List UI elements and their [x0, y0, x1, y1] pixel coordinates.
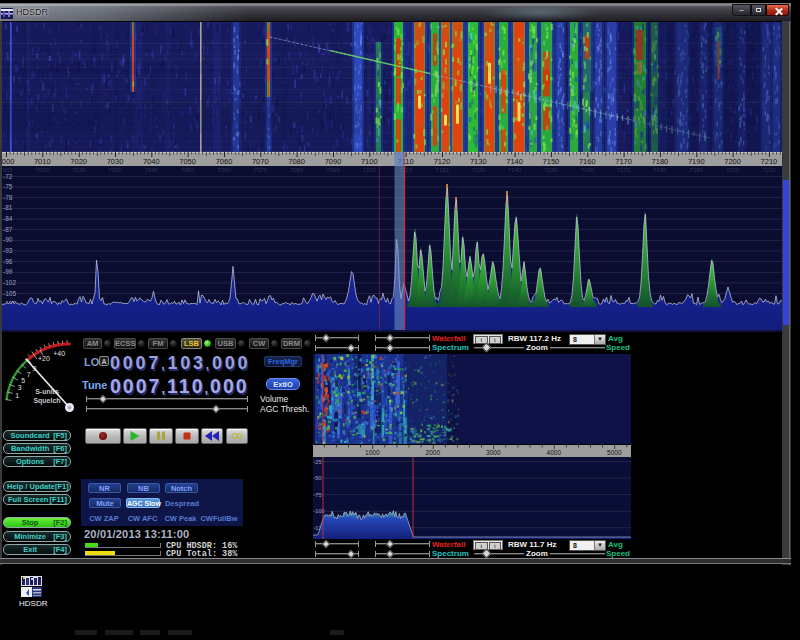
svg-text:Squelch: Squelch — [33, 397, 60, 405]
svg-text:1: 1 — [15, 392, 19, 399]
svg-text:7180: 7180 — [653, 167, 667, 173]
svg-text:-50: -50 — [314, 475, 322, 481]
svg-text:-72: -72 — [3, 173, 13, 180]
svg-text:7020: 7020 — [72, 167, 86, 173]
svg-text:-90: -90 — [3, 236, 13, 243]
svg-text:+20: +20 — [38, 355, 50, 362]
svg-text:7: 7 — [27, 371, 31, 378]
svg-text:7130: 7130 — [472, 167, 486, 173]
svg-text:-96: -96 — [3, 258, 13, 265]
svg-text:7120: 7120 — [435, 167, 449, 173]
svg-text:-87: -87 — [3, 226, 13, 233]
svg-text:7170: 7170 — [617, 167, 631, 173]
svg-text:5000: 5000 — [607, 449, 622, 456]
svg-text:-105: -105 — [3, 290, 16, 297]
svg-text:7210: 7210 — [761, 157, 778, 166]
svg-text:7150: 7150 — [544, 167, 558, 173]
svg-text:-81: -81 — [3, 204, 13, 211]
svg-text:7040: 7040 — [143, 157, 160, 166]
svg-text:7020: 7020 — [70, 157, 87, 166]
svg-text:7010: 7010 — [34, 157, 51, 166]
svg-text:-25: -25 — [314, 459, 322, 465]
svg-text:-99: -99 — [3, 268, 13, 275]
svg-text:7060: 7060 — [217, 167, 231, 173]
svg-text:7010: 7010 — [36, 167, 50, 173]
svg-text:7070: 7070 — [254, 167, 268, 173]
svg-text:-102: -102 — [3, 279, 16, 286]
svg-text:7160: 7160 — [581, 167, 595, 173]
svg-text:7140: 7140 — [506, 157, 523, 166]
svg-text:-93: -93 — [3, 247, 13, 254]
svg-text:7090: 7090 — [325, 157, 342, 166]
svg-text:7030: 7030 — [107, 157, 124, 166]
svg-text:7050: 7050 — [179, 157, 196, 166]
svg-text:7050: 7050 — [181, 167, 195, 173]
svg-text:7140: 7140 — [508, 167, 522, 173]
svg-text:7100: 7100 — [361, 157, 378, 166]
svg-text:3: 3 — [18, 384, 22, 391]
svg-text:5: 5 — [21, 377, 25, 384]
svg-text:7130: 7130 — [470, 157, 487, 166]
svg-text:2000: 2000 — [426, 449, 441, 456]
svg-text:7070: 7070 — [252, 157, 269, 166]
svg-text:7210: 7210 — [762, 167, 776, 173]
svg-text:7190: 7190 — [690, 167, 704, 173]
svg-text:7120: 7120 — [434, 157, 451, 166]
svg-text:-75: -75 — [3, 183, 13, 190]
svg-text:7150: 7150 — [543, 157, 560, 166]
svg-text:7160: 7160 — [579, 157, 596, 166]
svg-text:7170: 7170 — [615, 157, 632, 166]
svg-text:7040: 7040 — [145, 167, 159, 173]
svg-text:7100: 7100 — [363, 167, 377, 173]
svg-text:-75: -75 — [314, 492, 322, 498]
svg-text:7030: 7030 — [108, 167, 122, 173]
svg-text:4000: 4000 — [547, 449, 562, 456]
svg-text:7200: 7200 — [724, 157, 741, 166]
svg-text:7180: 7180 — [652, 157, 669, 166]
svg-text:7200: 7200 — [726, 167, 740, 173]
svg-text:-84: -84 — [3, 215, 13, 222]
svg-text:7190: 7190 — [688, 157, 705, 166]
svg-text:+40: +40 — [53, 350, 65, 357]
svg-text:3000: 3000 — [486, 449, 501, 456]
svg-text:1000: 1000 — [365, 449, 380, 456]
svg-text:7000: 7000 — [2, 157, 14, 166]
svg-text:-78: -78 — [3, 194, 13, 201]
svg-text:7080: 7080 — [290, 167, 304, 173]
svg-text:7090: 7090 — [326, 167, 340, 173]
svg-text:7060: 7060 — [216, 157, 233, 166]
svg-text:7080: 7080 — [288, 157, 305, 166]
